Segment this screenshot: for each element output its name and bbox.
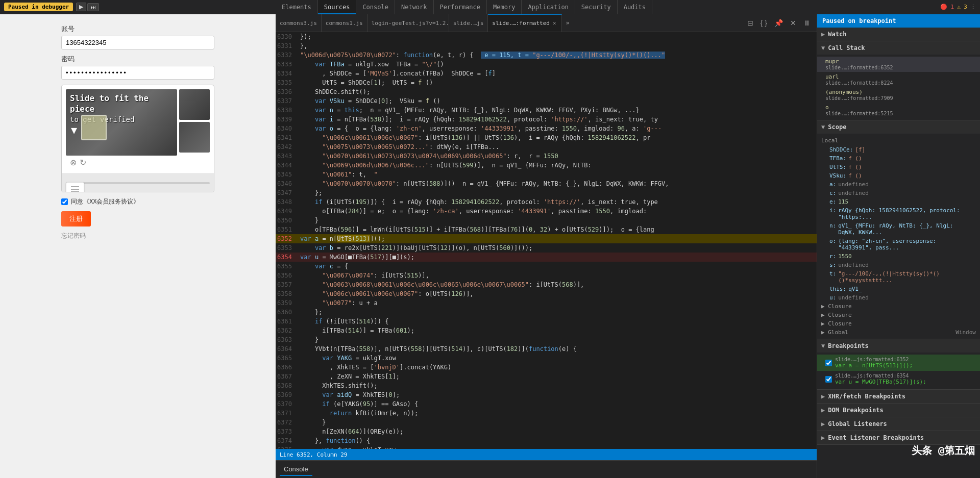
scope-global[interactable]: ▶ GlobalWindow [817, 328, 980, 337]
captcha-slider[interactable] [62, 173, 214, 192]
code-line-6369: 6369 var aidQ = XhkTES[0]; [276, 390, 817, 399]
tab-audits[interactable]: Audits [618, 0, 652, 14]
more-icon[interactable]: ⋮ [970, 4, 976, 10]
tab-more-icon[interactable]: » [562, 19, 574, 27]
breakpoints-label: Breakpoints [828, 342, 868, 349]
code-line-6340: 6340 var o = { o = {lang: 'zh-cn', userr… [276, 124, 817, 133]
breakpoint-item-1[interactable]: slide.…js:formatted:6352 var a = n[UtTS(… [817, 355, 980, 371]
tab-performance[interactable]: Performance [434, 0, 487, 14]
code-line-6332: 6332"\u006d\u0075\u0070\u0072": function… [276, 51, 817, 60]
captcha-inner: Slide to fit the piece to get verified ▼… [62, 85, 214, 173]
forget-password-link[interactable]: 忘记密码 [61, 232, 86, 240]
format-icon[interactable]: { } [758, 18, 769, 28]
code-line-6350: 6350 } [276, 216, 817, 225]
breakpoint-checkbox-2[interactable] [825, 376, 832, 383]
devtools-icons: 🔴 1 ⚠ 3 ⋮ [940, 4, 980, 10]
left-panel: 账号 密码 Slide to fit the piece to get veri… [0, 14, 276, 478]
console-tab-button[interactable]: Console [280, 463, 312, 476]
scope-r: r:1550 [817, 252, 980, 261]
scope-closure-3[interactable]: ▶ Closure [817, 319, 980, 328]
call-stack-item-o[interactable]: o slide.…:formatted:5215 [817, 103, 980, 118]
xhr-breakpoints-header[interactable]: ▶ XHR/fetch Breakpoints [817, 390, 980, 403]
scope-closure-2[interactable]: ▶ Closure [817, 311, 980, 319]
file-tab-logingee[interactable]: login-geeTest.js?v=1.2.5 [368, 14, 449, 32]
breakpoint-checkbox-1[interactable] [825, 360, 832, 366]
call-stack-item-uarl[interactable]: uarl slide.…:formatted:8224 [817, 72, 980, 87]
code-line-6336: 6336 ShDDCe.shift(); [276, 87, 817, 96]
code-line-6361: 6361 if (!i[UtTS(514)]) { [276, 317, 817, 326]
code-line-6337: 6337 var VSku = ShDDCe[0]; VSku = f () [276, 96, 817, 106]
tab-network[interactable]: Network [395, 0, 434, 14]
password-input[interactable] [61, 66, 214, 80]
down-arrow-icon: ▼ [71, 124, 77, 136]
code-line-6356: 6356 "\u0067\u0074": i[UtTS(515)], [276, 271, 817, 280]
file-tab-commons3[interactable]: commons3.js [276, 14, 322, 32]
form-panel: 账号 密码 Slide to fit the piece to get veri… [61, 24, 214, 240]
step-button[interactable]: ⏭ [87, 3, 99, 11]
error-icon: 🔴 1 [940, 4, 954, 10]
event-listener-header[interactable]: ▶ Event Listener Breakpoints [817, 431, 980, 444]
event-listener-arrow-icon: ▶ [821, 434, 825, 441]
file-tab-slide[interactable]: slide.…js [449, 14, 488, 32]
breakpoint-file-1: slide.…js:formatted:6352 [835, 357, 913, 362]
paused-badge: Paused in debugger [4, 3, 73, 11]
breakpoint-item-2[interactable]: slide.…js:formatted:6354 var u = MwGO[TF… [817, 371, 980, 387]
captcha-box: Slide to fit the piece to get verified ▼… [61, 85, 214, 192]
call-stack-item-anonymous[interactable]: (anonymous) slide.…:formatted:7909 [817, 87, 980, 103]
dom-breakpoints-header[interactable]: ▶ DOM Breakpoints [817, 404, 980, 417]
code-line-6364: 6364 YVbt(n[TFBa(558)], n[UtTS(558)][UtT… [276, 344, 817, 354]
global-listeners-section: ▶ Global Listeners [817, 417, 980, 431]
tab-security[interactable]: Security [575, 0, 618, 14]
close-icon[interactable]: ✕ [788, 18, 798, 28]
register-button[interactable]: 注册 [61, 211, 91, 227]
call-stack-arrow-icon: ▼ [821, 44, 825, 52]
pause-icon[interactable]: ⏸ [801, 18, 813, 28]
event-listener-section: ▶ Event Listener Breakpoints [817, 431, 980, 445]
code-area[interactable]: 6330}); 6331}, 6332"\u006d\u0075\u0070\u… [276, 32, 817, 449]
code-line-6349: 6349 o[TFBa(284)] = e; o = {lang: 'zh-ca… [276, 207, 817, 216]
tab-memory[interactable]: Memory [487, 0, 522, 14]
code-line-6346: 6346 "\u0070\u0070\u0070": n[UtTS(588)](… [276, 179, 817, 188]
captcha-controls: ⊗ ↻ [66, 156, 177, 169]
watch-header[interactable]: ▶ Watch [817, 28, 980, 41]
breakpoints-section: ▼ Breakpoints slide.…js:formatted:6352 v… [817, 339, 980, 390]
scope-section: ▼ Scope Local ShDDCe:[f] TFBa:f () UtTS:… [817, 120, 980, 339]
call-stack-label: Call Stack [828, 44, 865, 52]
tab-console[interactable]: Console [356, 0, 395, 14]
code-line-6371: 6371 return kfBi(iOmr(e, n)); [276, 409, 817, 418]
captcha-side-img1 [179, 89, 210, 120]
breakpoints-arrow-icon: ▼ [821, 342, 825, 349]
code-line-6357: 6357 "\u0063\u0068\u0061\u006c\u006c\u00… [276, 280, 817, 289]
file-tab-commons1[interactable]: commons1.js [322, 14, 368, 32]
tab-sources[interactable]: Sources [318, 0, 357, 14]
file-tab-close-icon[interactable]: × [552, 14, 557, 32]
password-label: 密码 [61, 55, 214, 64]
refresh-icon[interactable]: ⊗ [70, 158, 77, 167]
code-line-6338: 6338 var n = this; n = qV1_ {MFFu: rAQy,… [276, 106, 817, 115]
watch-arrow-icon: ▶ [821, 31, 825, 38]
breakpoints-header[interactable]: ▼ Breakpoints [817, 339, 980, 353]
account-input[interactable] [61, 36, 214, 49]
tab-elements[interactable]: Elements [276, 0, 318, 14]
pin-icon[interactable]: 📌 [772, 18, 785, 28]
account-label: 账号 [61, 24, 214, 34]
call-stack-header[interactable]: ▼ Call Stack [817, 41, 980, 55]
watermark: 头条 @第五烟 [912, 444, 975, 458]
code-line-6331: 6331}, [276, 41, 817, 51]
tab-application[interactable]: Application [522, 0, 575, 14]
agree-checkbox[interactable] [61, 198, 68, 205]
code-line-6367: 6367 , ZeXN = XhkTES[1]; [276, 372, 817, 381]
slider-line-3 [71, 191, 79, 192]
code-line-6351: 6351 o[TFBa(596)] = lmWn(i[UtTS(515)] + … [276, 225, 817, 234]
resume-button[interactable]: ▶ [76, 3, 86, 11]
right-panel: Paused on breakpoint ▶ Watch ▼ Call Stac… [817, 14, 980, 478]
reload-icon[interactable]: ↻ [80, 158, 86, 167]
sidebar-toggle-icon[interactable]: ⊟ [745, 18, 755, 28]
scope-header[interactable]: ▼ Scope [817, 120, 980, 134]
scope-closure-1[interactable]: ▶ Closure [817, 302, 980, 311]
file-tab-slide-formatted[interactable]: slide.…:formatted × [488, 14, 561, 32]
call-stack-item-mupr[interactable]: mupr slide.…:formatted:6352 [817, 57, 980, 72]
global-listeners-header[interactable]: ▶ Global Listeners [817, 417, 980, 431]
scope-TFBa: TFBa:f () [817, 154, 980, 163]
slider-handle[interactable] [66, 182, 84, 193]
